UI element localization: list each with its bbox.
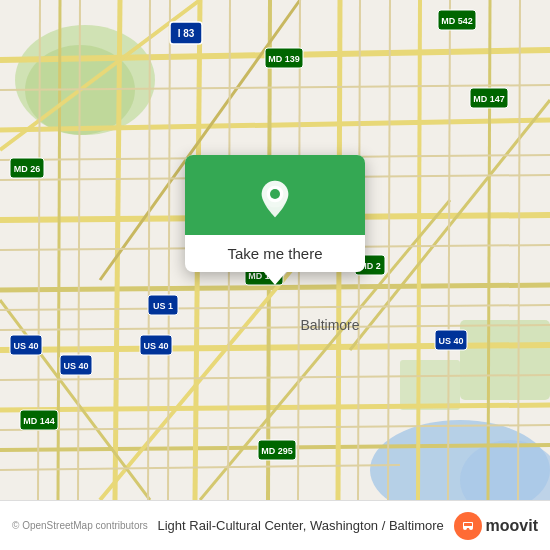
tooltip-header <box>185 155 365 235</box>
svg-line-18 <box>418 0 420 500</box>
location-name: Light Rail-Cultural Center, Washington /… <box>148 518 454 533</box>
moovit-text: moovit <box>486 517 538 535</box>
take-me-there-button[interactable]: Take me there <box>185 235 365 272</box>
svg-text:MD 144: MD 144 <box>23 416 55 426</box>
moovit-logo: moovit <box>454 512 538 540</box>
tooltip-box: Take me there <box>185 155 365 272</box>
svg-point-77 <box>270 189 280 199</box>
svg-text:MD 295: MD 295 <box>261 446 293 456</box>
svg-text:US 40: US 40 <box>63 361 88 371</box>
svg-text:MD 139: MD 139 <box>268 54 300 64</box>
copyright-text: © OpenStreetMap contributors <box>12 520 148 531</box>
tooltip-arrow <box>263 271 287 285</box>
svg-text:Baltimore: Baltimore <box>300 317 359 333</box>
map-container: I 83 MD 542 MD 139 MD 147 MD 26 MD 129 M… <box>0 0 550 500</box>
svg-text:US 40: US 40 <box>13 341 38 351</box>
svg-text:MD 147: MD 147 <box>473 94 505 104</box>
svg-rect-82 <box>464 523 472 526</box>
bottom-bar: © OpenStreetMap contributors Light Rail-… <box>0 500 550 550</box>
location-tooltip[interactable]: Take me there <box>185 155 365 285</box>
svg-text:US 40: US 40 <box>143 341 168 351</box>
location-pin-icon <box>255 179 295 219</box>
svg-text:I 83: I 83 <box>178 28 195 39</box>
svg-text:MD 26: MD 26 <box>14 164 41 174</box>
svg-text:US 1: US 1 <box>153 301 173 311</box>
svg-rect-4 <box>400 360 460 410</box>
svg-text:MD 542: MD 542 <box>441 16 473 26</box>
svg-rect-3 <box>460 320 550 400</box>
svg-text:US 40: US 40 <box>438 336 463 346</box>
moovit-icon <box>454 512 482 540</box>
